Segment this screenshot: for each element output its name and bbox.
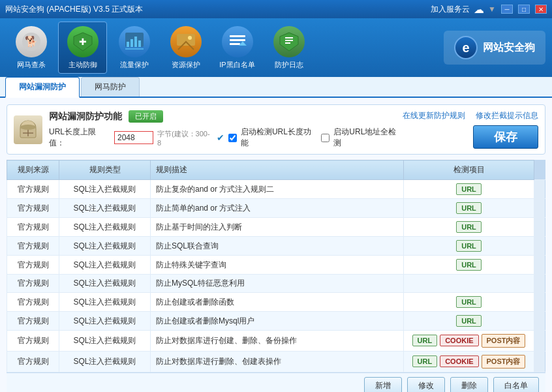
scroll-spacer [534, 312, 545, 331]
edit-button[interactable]: 修改 [407, 377, 445, 392]
cell-badges: URL [404, 180, 534, 199]
url-config-row: URL长度上限值： 字节(建议：300-8 ✔ 启动检测URL长度功能 启动UR… [49, 127, 403, 149]
nav-iplist[interactable]: IP黑白名单 [213, 22, 262, 74]
cell-desc[interactable]: 防止基于时间的注入判断 [151, 218, 404, 237]
iplist-icon [222, 26, 253, 57]
svg-rect-6 [130, 39, 133, 47]
cell-desc[interactable]: 防止SQL联合查询 [151, 237, 404, 256]
nav-scan-label: 网马查杀 [17, 60, 46, 70]
badge-url[interactable]: URL [456, 202, 482, 214]
table-row[interactable]: 官方规则SQL注入拦截规则防止基于时间的注入判断URL [7, 218, 545, 237]
svg-rect-7 [134, 37, 137, 47]
cell-type: SQL注入拦截规则 [59, 218, 151, 237]
flow-icon [119, 26, 150, 57]
close-button[interactable]: ✕ [535, 5, 547, 14]
col-source: 规则来源 [7, 160, 59, 180]
cell-source: 官方规则 [7, 312, 59, 331]
update-rules-link[interactable]: 在线更新防护规则 [403, 110, 465, 121]
cell-desc[interactable]: 防止MySQL特征恶意利用 [151, 275, 404, 293]
svg-marker-17 [280, 33, 298, 51]
table-row[interactable]: 官方规则SQL注入拦截规则防止特殊关键字查询URL [7, 256, 545, 275]
svg-text:✚: ✚ [79, 37, 87, 47]
nav-resource[interactable]: 资源保护 [161, 22, 210, 74]
add-button[interactable]: 新增 [364, 377, 402, 392]
svg-rect-10 [177, 34, 195, 46]
join-cloud-btn[interactable]: 加入服务云 [431, 4, 470, 15]
scroll-spacer [534, 293, 545, 312]
url-limit-input[interactable] [114, 131, 153, 144]
cell-badges: URLCOOKIEPOST内容 [404, 331, 534, 352]
svg-point-11 [188, 36, 192, 40]
minimize-button[interactable]: ─ [501, 5, 513, 14]
whitelist-button[interactable]: 白名单 [493, 377, 539, 392]
tab-vuln[interactable]: 网站漏洞防护 [5, 77, 80, 98]
svg-rect-8 [138, 40, 141, 47]
badge-cookie[interactable]: COOKIE [440, 335, 478, 346]
detect-addr-checkbox[interactable] [321, 134, 330, 142]
cell-type: SQL注入拦截规则 [59, 237, 151, 256]
badge-url[interactable]: URL [456, 259, 482, 271]
badge-url[interactable]: URL [456, 183, 482, 195]
table-row[interactable]: 官方规则SQL注入拦截规则防止MySQL特征恶意利用 [7, 275, 545, 293]
table-row[interactable]: 官方规则SQL注入拦截规则防止对数据库进行删除、创建表操作URLCOOKIEPO… [7, 352, 545, 372]
nav-scan[interactable]: 🐕 网马查杀 [7, 22, 55, 74]
cell-source: 官方规则 [7, 293, 59, 312]
tab-bar: 网站漏洞防护 网马防护 [0, 77, 552, 98]
cell-desc[interactable]: 防止对数据库进行创建、删除、备份操作 [151, 331, 404, 352]
scan-icon: 🐕 [16, 26, 47, 57]
table-row[interactable]: 官方规则SQL注入拦截规则防止创建或者删除Mysql用户URL [7, 312, 545, 331]
nav-active[interactable]: ✚ 主动防御 [58, 22, 107, 74]
maximize-button[interactable]: □ [518, 5, 530, 14]
table-row[interactable]: 官方规则SQL注入拦截规则防止对数据库进行创建、删除、备份操作URLCOOKIE… [7, 331, 545, 352]
feature-icon [14, 115, 42, 144]
rules-table-container[interactable]: 规则来源 规则类型 规则描述 检测项目 官方规则SQL注入拦截规则防止复杂的an… [7, 160, 545, 372]
cell-source: 官方规则 [7, 199, 59, 218]
check-icon: ✔ [217, 132, 224, 143]
nav-log-label: 防护日志 [275, 60, 303, 70]
detect-url-checkbox[interactable] [228, 134, 237, 142]
cell-source: 官方规则 [7, 275, 59, 293]
cell-desc[interactable]: 防止复杂的and or 方式注入规则二 [151, 180, 404, 199]
badge-url[interactable]: URL [412, 355, 438, 367]
cell-badges: URL [404, 312, 534, 331]
nav-log[interactable]: 防护日志 [264, 22, 313, 74]
delete-button[interactable]: 删除 [450, 377, 488, 392]
badge-post[interactable]: POST内容 [482, 334, 526, 348]
nav-icons: 🐕 网马查杀 ✚ 主动防御 流量保护 资源保护 IP黑白名单 [7, 22, 313, 74]
table-row[interactable]: 官方规则SQL注入拦截规则防止简单的and or 方式注入URL [7, 199, 545, 218]
badge-url[interactable]: URL [456, 315, 482, 327]
logo-text: 网站安全狗 [483, 41, 535, 55]
cell-badges: URL [404, 256, 534, 275]
badge-url[interactable]: URL [456, 240, 482, 252]
cell-badges: URL [404, 237, 534, 256]
scroll-spacer [534, 199, 545, 218]
cell-badges: URL [404, 293, 534, 312]
save-button[interactable]: 保存 [473, 125, 538, 149]
col-desc: 规则描述 [151, 160, 404, 180]
titlebar-right: 加入服务云 ☁ ▼ ─ □ ✕ [431, 3, 547, 16]
cell-type: SQL注入拦截规则 [59, 256, 151, 275]
badge-post[interactable]: POST内容 [482, 355, 526, 369]
badge-url[interactable]: URL [456, 296, 482, 308]
nav-resource-label: 资源保护 [172, 60, 200, 70]
url-limit-label: URL长度上限值： [49, 127, 110, 149]
cell-desc[interactable]: 防止创建或者删除Mysql用户 [151, 312, 404, 331]
badge-url[interactable]: URL [412, 335, 438, 346]
cell-desc[interactable]: 防止特殊关键字查询 [151, 256, 404, 275]
cell-desc[interactable]: 防止简单的and or 方式注入 [151, 199, 404, 218]
badge-url[interactable]: URL [456, 221, 482, 233]
nav-active-label: 主动防御 [69, 60, 97, 70]
feature-title-area: 网站漏洞防护功能 已开启 URL长度上限值： 字节(建议：300-8 ✔ 启动检… [49, 110, 403, 149]
modify-tip-link[interactable]: 修改拦截提示信息 [476, 110, 538, 121]
table-row[interactable]: 官方规则SQL注入拦截规则防止复杂的and or 方式注入规则二URL [7, 180, 545, 199]
cell-desc[interactable]: 防止对数据库进行删除、创建表操作 [151, 352, 404, 372]
svg-rect-12 [230, 35, 245, 37]
table-row[interactable]: 官方规则SQL注入拦截规则防止SQL联合查询URL [7, 237, 545, 256]
table-row[interactable]: 官方规则SQL注入拦截规则防止创建或者删除函数URL [7, 293, 545, 312]
svg-rect-20 [285, 42, 290, 44]
tab-horse[interactable]: 网马防护 [81, 77, 140, 97]
badge-cookie[interactable]: COOKIE [440, 355, 478, 367]
nav-flow[interactable]: 流量保护 [110, 22, 159, 74]
action-links: 在线更新防护规则 修改拦截提示信息 [403, 110, 538, 121]
cell-desc[interactable]: 防止创建或者删除函数 [151, 293, 404, 312]
